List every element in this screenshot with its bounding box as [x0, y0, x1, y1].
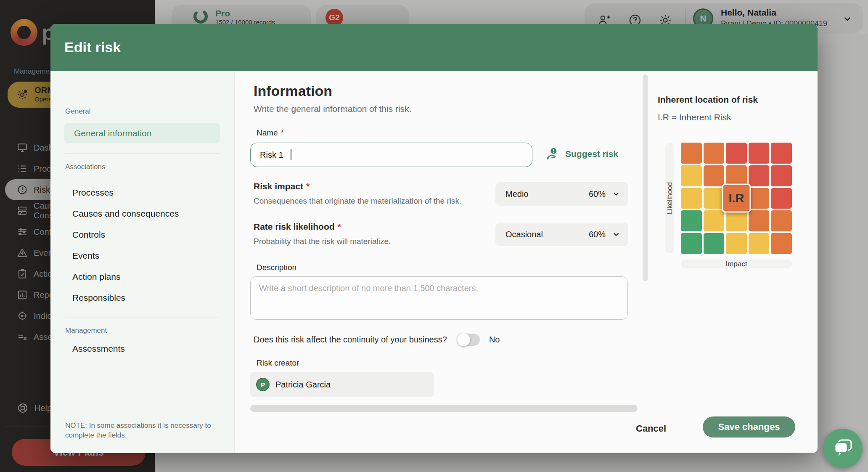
chevron-down-icon: [611, 230, 621, 239]
name-label: Name*: [257, 128, 284, 138]
text-caret: [291, 149, 291, 160]
nav-divider-2: [65, 318, 220, 318]
modal-title: Edit risk: [64, 39, 121, 56]
heatmap-cell: [749, 188, 770, 209]
risk-creator-chip[interactable]: P Patricia Garcia: [250, 372, 434, 397]
heatmap-cell: [771, 188, 792, 209]
form-subheading: Write the general information of this ri…: [254, 104, 411, 114]
likelihood-dropdown[interactable]: Ocasional 60%: [495, 223, 628, 246]
risk-heatmap: I.R: [681, 143, 792, 254]
heatmap-cell: I.R: [726, 188, 747, 209]
nav-general-label: General: [65, 107, 90, 116]
nav-association-items: ProcessesCauses and consequencesControls…: [72, 182, 224, 308]
heatmap-cell: [681, 210, 702, 231]
heatmap-cell: [681, 188, 702, 209]
chat-bubble-icon: [832, 438, 854, 459]
heatmap-cell: [726, 143, 747, 164]
nav-item-causes-and-consequences[interactable]: Causes and consequences: [72, 203, 224, 224]
heatmap-cell: [704, 188, 725, 209]
inherent-risk-marker: I.R: [722, 184, 751, 213]
heatmap-cell: [726, 165, 747, 186]
required-asterisk: *: [281, 128, 284, 137]
likelihood-value: Ocasional: [505, 230, 589, 239]
impact-dropdown[interactable]: Medio 60%: [495, 182, 628, 206]
matrix-legend: I.R = Inherent Risk: [658, 112, 731, 122]
continuity-question: Does this risk affect the continuity of …: [254, 335, 447, 345]
nav-item-responsibles[interactable]: Responsibles: [72, 287, 224, 308]
nav-item-action-plans[interactable]: Action plans: [72, 266, 224, 287]
risk-form: Information Write the general informatio…: [235, 71, 651, 453]
heatmap-cell: [771, 165, 792, 186]
impact-help: Consequences that originate the material…: [254, 196, 461, 206]
chevron-down-icon: [611, 189, 621, 199]
likelihood-axis-label: Likelihood: [665, 143, 674, 253]
edit-risk-modal: Edit risk General General information As…: [50, 24, 818, 453]
heatmap-cell: [749, 143, 770, 164]
suggest-risk-button[interactable]: Suggest risk: [546, 147, 618, 161]
description-label: Description: [257, 263, 296, 272]
heatmap-cell: [726, 233, 747, 254]
nav-item-general-information[interactable]: General information: [64, 123, 220, 143]
nav-divider: [65, 154, 220, 154]
likelihood-help: Probability that the risk will materiali…: [254, 237, 391, 246]
description-textarea[interactable]: [250, 276, 628, 320]
heatmap-cell: [681, 143, 702, 164]
continuity-toggle[interactable]: [457, 334, 480, 346]
likelihood-percent: 60%: [589, 230, 606, 239]
screen: Pro 1502 / 16000 records G2 N Hel: [0, 0, 868, 472]
continuity-row: Does this risk affect the continuity of …: [254, 334, 500, 346]
creator-label: Risk creator: [257, 358, 299, 368]
inherent-risk-panel: Inherent location of risk I.R = Inherent…: [651, 71, 818, 453]
creator-name: Patricia Garcia: [275, 380, 331, 390]
impact-value: Medio: [505, 189, 589, 199]
impact-axis-label: Impact: [681, 260, 792, 268]
modal-footer: Cancel Save changes: [50, 411, 818, 453]
name-input[interactable]: [250, 143, 532, 167]
description-field-wrap: [250, 276, 628, 320]
toggle-knob: [457, 333, 470, 346]
form-vertical-scrollbar[interactable]: [643, 74, 648, 281]
nav-item-assessments[interactable]: Assessments: [72, 344, 125, 354]
heatmap-cell: [704, 165, 725, 186]
chat-widget-button[interactable]: [823, 429, 863, 468]
modal-nav: General General information Associations…: [50, 71, 235, 453]
name-field-wrap: [250, 143, 532, 167]
heatmap-cell: [749, 210, 770, 231]
form-heading: Information: [254, 83, 332, 99]
heatmap-cell: [771, 233, 792, 254]
nav-item-label: General information: [74, 128, 151, 138]
heatmap-cell: [704, 143, 725, 164]
suggest-risk-icon: [546, 147, 560, 161]
continuity-value: No: [489, 335, 500, 345]
impact-percent: 60%: [589, 189, 606, 199]
matrix-title: Inherent location of risk: [658, 95, 758, 105]
cancel-button[interactable]: Cancel: [633, 423, 669, 435]
heatmap-cell: [681, 165, 702, 186]
nav-management-label: Management: [65, 326, 107, 335]
heatmap-cell: [749, 233, 770, 254]
likelihood-label: Rate risk likelihood*: [254, 222, 341, 232]
heatmap-cell: [704, 233, 725, 254]
save-changes-button[interactable]: Save changes: [703, 416, 795, 438]
heatmap-cell: [704, 210, 725, 231]
suggest-risk-label: Suggest risk: [565, 149, 618, 159]
heatmap-cell: [681, 233, 702, 254]
impact-label: Risk impact*: [254, 181, 310, 191]
modal-header: Edit risk: [50, 24, 818, 71]
heatmap-cell: [749, 165, 770, 186]
nav-item-events[interactable]: Events: [72, 245, 224, 266]
nav-item-controls[interactable]: Controls: [72, 224, 224, 245]
nav-associations-label: Associations: [65, 163, 105, 171]
nav-item-processes[interactable]: Processes: [72, 182, 224, 203]
heatmap-cell: [771, 143, 792, 164]
creator-avatar: P: [256, 378, 270, 391]
heatmap-cell: [726, 210, 747, 231]
heatmap-cell: [771, 210, 792, 231]
